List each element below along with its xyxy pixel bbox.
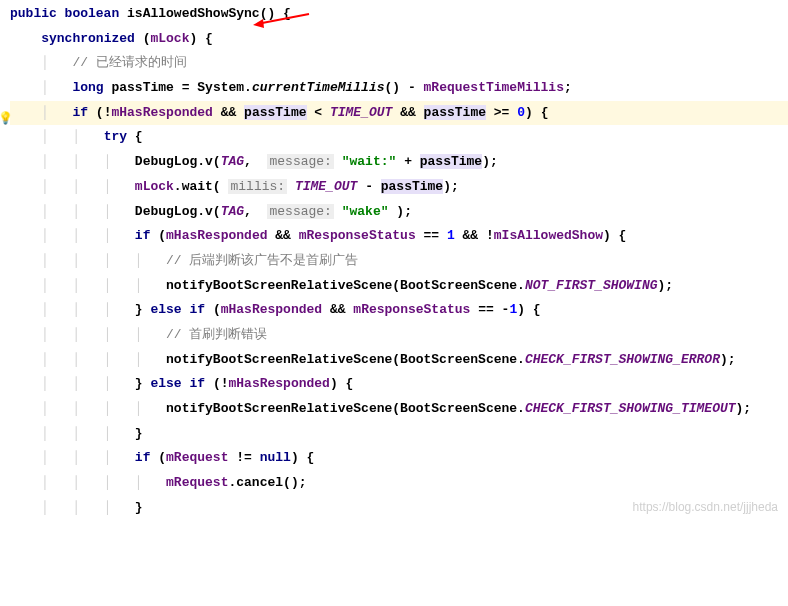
code-line[interactable]: │ │ │ │ notifyBootScreenRelativeScene(Bo… — [10, 348, 788, 373]
code-line[interactable]: │ │ │ │ notifyBootScreenRelativeScene(Bo… — [10, 274, 788, 299]
code-line[interactable]: │ │ │ │ // 后端判断该广告不是首刷广告 — [10, 249, 788, 274]
code-line[interactable]: │ │ │ │ notifyBootScreenRelativeScene(Bo… — [10, 397, 788, 422]
code-line[interactable]: public boolean isAllowedShowSync() { — [10, 2, 788, 27]
intention-bulb-icon[interactable]: 💡 — [0, 108, 10, 120]
code-line[interactable]: │ │ │ if (mHasResponded && mResponseStat… — [10, 224, 788, 249]
code-line[interactable]: │ │ │ │ mRequest.cancel(); — [10, 471, 788, 496]
code-line[interactable]: │ │ │ │ // 首刷判断错误 — [10, 323, 788, 348]
code-line[interactable]: │ │ │ DebugLog.v(TAG, message: "wait:" +… — [10, 150, 788, 175]
highlighted-line[interactable]: │ if (!mHasResponded && passTime < TIME_… — [10, 101, 788, 126]
gutter — [0, 0, 8, 522]
code-line[interactable]: │ // 已经请求的时间 — [10, 51, 788, 76]
code-line[interactable]: │ │ try { — [10, 125, 788, 150]
code-line[interactable]: │ │ │ } — [10, 422, 788, 447]
watermark-text: https://blog.csdn.net/jjjheda — [633, 496, 778, 519]
code-line[interactable]: │ │ │ mLock.wait( millis: TIME_OUT - pas… — [10, 175, 788, 200]
code-line[interactable]: │ │ │ if (mRequest != null) { — [10, 446, 788, 471]
code-line[interactable]: │ │ │ } else if (!mHasResponded) { — [10, 372, 788, 397]
code-line[interactable]: synchronized (mLock) { — [10, 27, 788, 52]
code-line[interactable]: │ │ │ } else if (mHasResponded && mRespo… — [10, 298, 788, 323]
code-line[interactable]: │ │ │ DebugLog.v(TAG, message: "wake" ); — [10, 200, 788, 225]
code-line[interactable]: │ long passTime = System.currentTimeMill… — [10, 76, 788, 101]
code-editor[interactable]: 💡 public boolean isAllowedShowSync() { s… — [0, 0, 788, 522]
